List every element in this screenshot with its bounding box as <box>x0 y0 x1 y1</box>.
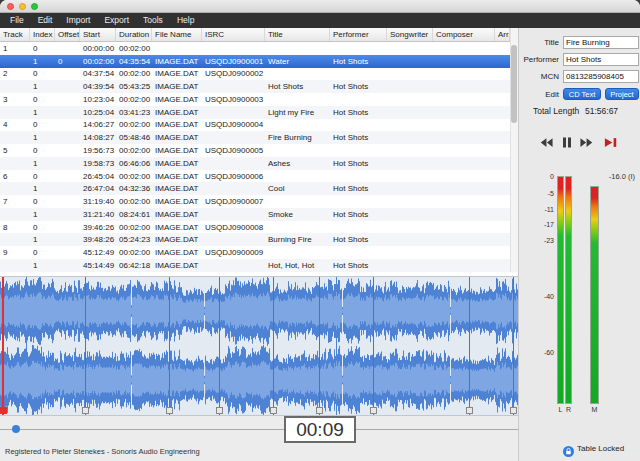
cell-start: 04:37:54 <box>80 68 116 81</box>
play-button[interactable] <box>604 134 620 148</box>
total-length-value: 51:56:67 <box>585 106 618 116</box>
table-row[interactable]: 1 0 00:02:00 04:35:54 IMAGE.DAT USQDJ090… <box>0 55 510 68</box>
cell-isrc <box>202 208 265 221</box>
table-row[interactable]: 6 0 26:45:04 00:02:00 IMAGE.DAT USQDJ090… <box>0 170 510 183</box>
mcn-input[interactable] <box>563 70 639 83</box>
column-header-index[interactable]: Index <box>30 28 55 41</box>
track-marker-handle[interactable] <box>316 407 323 414</box>
zoom-button[interactable] <box>31 3 38 10</box>
column-header-offset[interactable]: Offset <box>55 28 80 41</box>
track-marker[interactable] <box>273 277 274 415</box>
fast-forward-button[interactable] <box>580 134 596 148</box>
cell-performer: Hot Shots <box>330 233 387 246</box>
table-row[interactable]: 1 04:39:54 05:43:25 IMAGE.DAT Hot Shots … <box>0 80 510 93</box>
cell-arranger <box>495 106 510 119</box>
track-marker[interactable] <box>469 277 470 415</box>
column-header-composer[interactable]: Composer <box>433 28 495 41</box>
playhead-handle[interactable] <box>0 407 7 414</box>
track-marker[interactable] <box>513 277 514 415</box>
track-marker[interactable] <box>319 277 320 415</box>
table-row[interactable]: 1 45:14:49 06:42:18 IMAGE.DAT Hot, Hot, … <box>0 259 510 272</box>
table-row[interactable]: 7 0 31:19:40 00:02:00 IMAGE.DAT USQDJ090… <box>0 195 510 208</box>
track-marker-handle[interactable] <box>510 407 517 414</box>
waveform-display[interactable] <box>0 277 518 415</box>
track-marker-handle[interactable] <box>166 407 173 414</box>
column-header-songwriter[interactable]: Songwriter <box>387 28 433 41</box>
table-row[interactable]: 4 0 14:06:27 00:02:00 IMAGE.DAT USQDJ090… <box>0 119 510 132</box>
column-header-performer[interactable]: Performer <box>330 28 387 41</box>
cell-isrc: USQDJ0900005 <box>202 144 265 157</box>
cell-title: Fire Burning <box>265 131 330 144</box>
menu-file[interactable]: File <box>3 13 31 28</box>
cell-duration: 00:02:00 <box>116 170 152 183</box>
menu-import[interactable]: Import <box>59 13 97 28</box>
cell-offset <box>55 221 80 234</box>
cell-arranger <box>495 221 510 234</box>
minimize-button[interactable] <box>19 3 26 10</box>
table-row[interactable]: 1 0 00:00:00 00:02:00 <box>0 42 510 55</box>
table-row[interactable]: 5 0 19:56:73 00:02:00 IMAGE.DAT USQDJ090… <box>0 144 510 157</box>
menu-export[interactable]: Export <box>97 13 136 28</box>
track-marker-handle[interactable] <box>270 407 277 414</box>
cell-start: 00:00:00 <box>80 42 116 55</box>
column-header-title[interactable]: Title <box>265 28 330 41</box>
pause-button[interactable] <box>561 134 577 148</box>
menu-tools[interactable]: Tools <box>136 13 170 28</box>
column-header-duration[interactable]: Duration <box>116 28 152 41</box>
disc-title-input[interactable] <box>563 36 639 49</box>
seek-slider-track[interactable] <box>0 429 518 430</box>
cell-track: 7 <box>0 195 30 208</box>
cell-isrc <box>202 131 265 144</box>
cell-title <box>265 93 330 106</box>
table-locked-label[interactable]: Table Locked <box>577 444 624 453</box>
cell-title: Hot Shots <box>265 80 330 93</box>
table-row[interactable]: 3 0 10:23:04 00:02:00 IMAGE.DAT USQDJ090… <box>0 93 510 106</box>
titlebar[interactable] <box>0 0 640 13</box>
cell-start: 26:45:04 <box>80 170 116 183</box>
column-header-arranger[interactable]: Arranger <box>495 28 510 41</box>
menu-help[interactable]: Help <box>170 13 201 28</box>
cd-text-button[interactable]: CD Text <box>563 88 601 100</box>
rewind-button[interactable] <box>539 134 555 148</box>
cell-duration: 06:42:18 <box>116 259 152 272</box>
cell-index: 0 <box>30 246 55 259</box>
cell-songwriter <box>387 42 433 55</box>
cell-index: 0 <box>30 221 55 234</box>
playhead[interactable] <box>2 277 4 415</box>
close-button[interactable] <box>7 3 14 10</box>
menu-edit[interactable]: Edit <box>31 13 60 28</box>
column-header-track[interactable]: Track <box>0 28 30 41</box>
track-marker[interactable] <box>85 277 86 415</box>
cell-arranger <box>495 42 510 55</box>
cell-track <box>0 233 30 246</box>
table-row[interactable]: 1 10:25:04 03:41:23 IMAGE.DAT Light my F… <box>0 106 510 119</box>
table-row[interactable]: 9 0 45:12:49 00:02:00 IMAGE.DAT USQDJ090… <box>0 246 510 259</box>
cell-songwriter <box>387 233 433 246</box>
table-scrollbar-thumb[interactable] <box>511 45 517 123</box>
column-header-file-name[interactable]: File Name <box>152 28 202 41</box>
disc-performer-input[interactable] <box>563 53 639 66</box>
track-marker[interactable] <box>219 277 220 415</box>
table-row[interactable]: 1 39:48:26 05:24:23 IMAGE.DAT Burning Fi… <box>0 233 510 246</box>
table-row[interactable]: 2 0 04:37:54 00:02:00 IMAGE.DAT USQDJ090… <box>0 68 510 81</box>
table-row[interactable]: 1 31:21:40 08:24:61 IMAGE.DAT Smoke Hot … <box>0 208 510 221</box>
cell-track: 4 <box>0 119 30 132</box>
track-marker[interactable] <box>169 277 170 415</box>
table-locked-icon[interactable] <box>563 443 574 454</box>
track-marker[interactable] <box>373 277 374 415</box>
table-row[interactable]: 1 14:08:27 05:48:46 IMAGE.DAT Fire Burni… <box>0 131 510 144</box>
table-row[interactable]: 1 19:58:73 06:46:06 IMAGE.DAT Ashes Hot … <box>0 157 510 170</box>
track-marker-handle[interactable] <box>370 407 377 414</box>
table-row[interactable]: 8 0 39:46:26 00:02:00 IMAGE.DAT USQDJ090… <box>0 221 510 234</box>
seek-slider-thumb[interactable] <box>12 425 20 433</box>
track-marker-handle[interactable] <box>216 407 223 414</box>
cell-composer <box>433 259 495 272</box>
column-header-isrc[interactable]: ISRC <box>202 28 265 41</box>
project-button[interactable]: Project <box>605 88 639 100</box>
track-marker-handle[interactable] <box>82 407 89 414</box>
cell-performer <box>330 246 387 259</box>
column-header-start[interactable]: Start <box>80 28 116 41</box>
table-row[interactable]: 1 26:47:04 04:32:36 IMAGE.DAT Cool Hot S… <box>0 182 510 195</box>
cell-start: 14:08:27 <box>80 131 116 144</box>
track-marker-handle[interactable] <box>466 407 473 414</box>
